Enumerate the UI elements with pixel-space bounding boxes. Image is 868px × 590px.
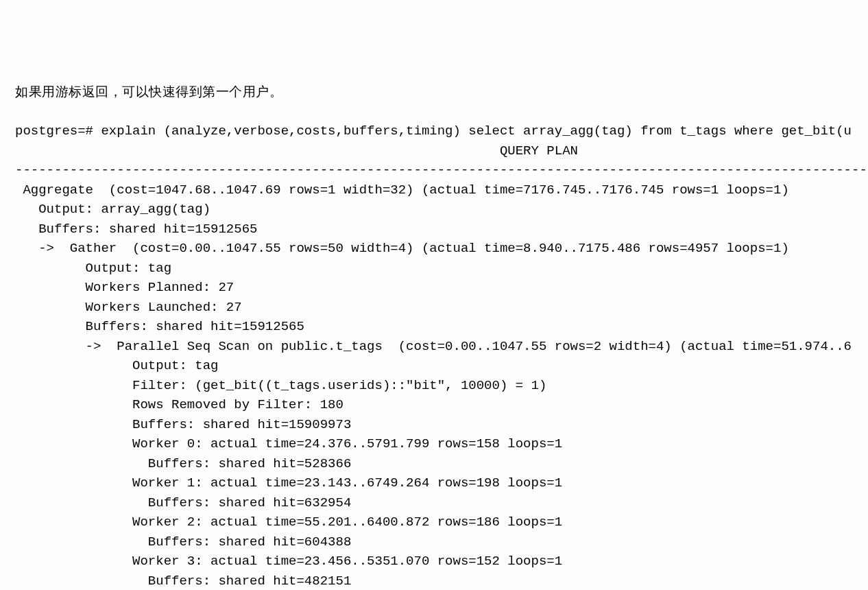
query-plan-header: QUERY PLAN — [15, 143, 578, 158]
sql-prompt-line: postgres=# explain (analyze,verbose,cost… — [15, 123, 852, 139]
intro-text: 如果用游标返回，可以快速得到第一个用户。 — [15, 82, 868, 102]
query-plan-body: Aggregate (cost=1047.68..1047.69 rows=1 … — [15, 180, 868, 591]
terminal-output: 如果用游标返回，可以快速得到第一个用户。 postgres=# explain … — [0, 63, 868, 591]
separator-line: ----------------------------------------… — [15, 163, 867, 178]
